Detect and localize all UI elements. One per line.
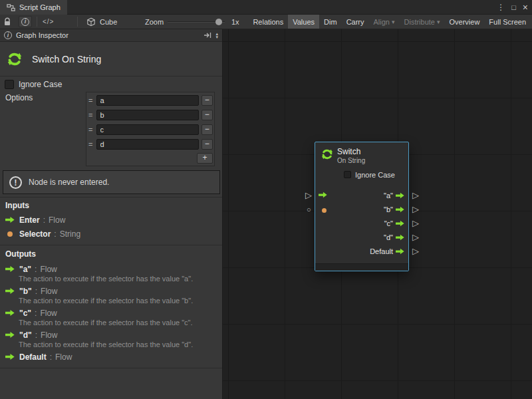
option-input[interactable] [96, 95, 199, 106]
graph-toolbar: i </> Cube Zoom 1x Relations Values Dim … [0, 15, 532, 29]
remove-option-button[interactable]: − [201, 95, 213, 106]
fullscreen-button[interactable]: Full Screen [484, 15, 531, 29]
minus-icon: − [205, 95, 209, 104]
code-icon: </> [43, 18, 54, 25]
tab-title: Script Graph [19, 3, 61, 11]
divider [0, 368, 222, 368]
node-subtitle: On String [337, 157, 365, 164]
output-port-default: Default:Flow [5, 352, 72, 362]
remove-option-button[interactable]: − [201, 139, 213, 150]
option-input[interactable] [96, 110, 199, 120]
option-row: = − [88, 93, 213, 108]
plus-icon: + [202, 153, 207, 162]
zoom-label: Zoom [145, 15, 164, 29]
option-row: = − [88, 137, 213, 152]
graph-target-button[interactable]: Cube [86, 15, 117, 29]
scroll-spinner[interactable]: ▴ ▾ [215, 32, 218, 39]
edit-script-button[interactable]: </> [43, 15, 54, 29]
zoom-slider[interactable] [168, 21, 225, 23]
flow-arrow-icon [396, 234, 404, 241]
output-port-d: "d":Flow [5, 330, 57, 340]
flow-arrow-icon [396, 220, 404, 227]
add-option-button[interactable]: + [197, 153, 213, 164]
switch-on-string-node[interactable]: Switch On String Ignore Case "a" "b" "c"… [315, 142, 409, 271]
node-output-row[interactable]: "c" [384, 219, 404, 228]
output-d-connector[interactable]: ▷ [412, 233, 419, 241]
flow-arrow-icon [5, 331, 15, 338]
option-input[interactable] [96, 124, 199, 135]
graph-inspector-header: i Graph Inspector ▴ ▾ [0, 29, 222, 42]
output-port-c: "c":Flow [5, 308, 57, 318]
remove-option-button[interactable]: − [201, 124, 213, 135]
tab-script-graph[interactable]: Script Graph [0, 0, 67, 15]
lock-button[interactable] [3, 15, 11, 29]
drag-handle-icon[interactable]: = [88, 140, 94, 148]
output-a-connector[interactable]: ▷ [412, 191, 419, 200]
add-option-row: + [88, 152, 213, 165]
toolbar-buttons: Relations Values Dim Carry Align▾ Distri… [248, 15, 531, 29]
enter-port-icon[interactable] [319, 192, 327, 198]
node-title: Switch [337, 147, 360, 156]
enter-port-connector[interactable]: ▷ [305, 191, 312, 200]
flow-arrow-icon [396, 192, 404, 199]
node-output-row[interactable]: "d" [384, 233, 404, 242]
window-menu-icon[interactable]: ⋮ [497, 3, 505, 11]
distribute-dropdown[interactable]: Distribute▾ [400, 15, 445, 29]
remove-option-button[interactable]: − [201, 110, 213, 120]
info-icon: i [21, 18, 29, 26]
ignore-case-row: Ignore Case [5, 80, 62, 89]
output-c-connector[interactable]: ▷ [412, 219, 419, 227]
graph-target-label: Cube [100, 18, 117, 26]
node-output-row[interactable]: "b" [384, 205, 404, 214]
selector-port-connector[interactable]: ○ [307, 206, 311, 213]
zoom-slider-knob[interactable] [215, 19, 222, 25]
relations-button[interactable]: Relations [248, 15, 288, 29]
output-port-description: The action to execute if the selector ha… [19, 319, 193, 327]
graph-inspector-title: Graph Inspector [16, 31, 68, 39]
output-default-connector[interactable]: ▷ [412, 247, 419, 255]
options-label: Options [5, 93, 33, 102]
info-icon: i [4, 31, 12, 39]
flow-arrow-icon [5, 353, 15, 360]
node-output-row[interactable]: Default [370, 247, 404, 256]
switch-icon [5, 50, 24, 68]
flow-arrow-icon [5, 265, 15, 273]
drag-handle-icon[interactable]: = [88, 111, 94, 119]
value-port-dot-icon [7, 231, 13, 237]
node-output-row[interactable]: "a" [384, 191, 404, 200]
output-b-connector[interactable]: ▷ [412, 205, 419, 213]
node-ignore-case-label: Ignore Case [355, 171, 395, 179]
close-icon[interactable]: × [523, 3, 528, 12]
minus-icon: − [205, 110, 209, 119]
carry-button[interactable]: Carry [342, 15, 369, 29]
output-port-a: "a":Flow [5, 264, 57, 274]
toolbar-separator [77, 17, 78, 27]
graph-canvas[interactable]: ▷ ○ ▷ ▷ ▷ ▷ ▷ Switch On String Ignore Ca… [223, 29, 532, 399]
dock-icon[interactable] [203, 31, 211, 39]
output-port-description: The action to execute if the selector ha… [19, 340, 193, 348]
node-footer [315, 263, 408, 271]
ignore-case-label: Ignore Case [19, 80, 62, 89]
node-ignore-case-checkbox[interactable] [344, 171, 351, 178]
align-dropdown[interactable]: Align▾ [369, 15, 400, 29]
drag-handle-icon[interactable]: = [88, 126, 94, 134]
divider [0, 197, 222, 198]
output-port-b: "b":Flow [5, 286, 57, 296]
input-port-enter: Enter:Flow [5, 215, 65, 225]
inputs-header: Inputs [5, 201, 29, 210]
drag-handle-icon[interactable]: = [88, 96, 94, 104]
divider [0, 245, 222, 245]
maximize-icon[interactable]: □ [511, 4, 516, 11]
flow-arrow-icon [5, 309, 15, 317]
script-graph-icon [7, 3, 15, 12]
dim-button[interactable]: Dim [319, 15, 342, 29]
unit-title-block: Switch On String [0, 42, 222, 76]
values-button[interactable]: Values [288, 15, 319, 29]
ignore-case-checkbox[interactable] [5, 80, 14, 89]
inspector-toggle-button[interactable]: i [19, 16, 32, 27]
option-input[interactable] [96, 139, 199, 150]
chevron-down-icon: ▾ [392, 19, 395, 25]
option-row: = − [88, 122, 213, 137]
selector-port-icon[interactable] [322, 208, 327, 213]
overview-button[interactable]: Overview [445, 15, 485, 29]
